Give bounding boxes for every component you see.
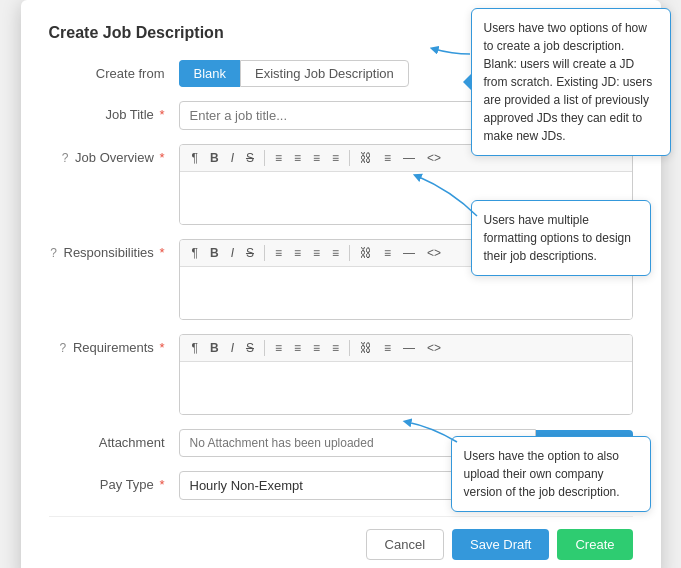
responsibilities-help-icon[interactable]: ? (50, 246, 57, 260)
resp-toolbar-ol[interactable]: ≡ (290, 244, 305, 262)
pay-type-label: Pay Type * (49, 471, 179, 492)
requirements-label: ? Requirements * (49, 334, 179, 355)
toolbar-italic[interactable]: I (227, 149, 238, 167)
req-toolbar-strikethrough[interactable]: S (242, 339, 258, 357)
responsibilities-label: ? Responsibilities * (49, 239, 179, 260)
toolbar-code[interactable]: <> (423, 149, 445, 167)
resp-toolbar-italic[interactable]: I (227, 244, 238, 262)
toolbar-ol[interactable]: ≡ (290, 149, 305, 167)
toolbar-divider-2 (349, 150, 350, 166)
requirements-row: ? Requirements * ¶ B I S ≡ ≡ ≡ ≡ ⛓ ≡ (49, 334, 633, 415)
req-toolbar-hr[interactable]: — (399, 339, 419, 357)
save-draft-button[interactable]: Save Draft (452, 529, 549, 560)
toolbar-hr[interactable]: — (399, 149, 419, 167)
toolbar-align[interactable]: ≡ (380, 149, 395, 167)
resp-toolbar-align[interactable]: ≡ (380, 244, 395, 262)
resp-toolbar-ul[interactable]: ≡ (271, 244, 286, 262)
resp-toolbar-hr[interactable]: — (399, 244, 419, 262)
req-toolbar-link[interactable]: ⛓ (356, 339, 376, 357)
callout-formatting: Users have multiple formatting options t… (471, 200, 651, 276)
requirements-content: ¶ B I S ≡ ≡ ≡ ≡ ⛓ ≡ — <> (179, 334, 633, 415)
req-toolbar-italic[interactable]: I (227, 339, 238, 357)
toolbar-indent[interactable]: ≡ (309, 149, 324, 167)
requirements-toolbar: ¶ B I S ≡ ≡ ≡ ≡ ⛓ ≡ — <> (180, 335, 632, 362)
toolbar-strikethrough[interactable]: S (242, 149, 258, 167)
req-toolbar-divider-1 (264, 340, 265, 356)
existing-jd-button[interactable]: Existing Job Description (240, 60, 409, 87)
req-toolbar-align[interactable]: ≡ (380, 339, 395, 357)
callout-attachment: Users have the option to also upload the… (451, 436, 651, 512)
job-title-label: Job Title * (49, 101, 179, 122)
resp-toolbar-link[interactable]: ⛓ (356, 244, 376, 262)
req-toolbar-paragraph[interactable]: ¶ (188, 339, 202, 357)
req-toolbar-outdent[interactable]: ≡ (328, 339, 343, 357)
cancel-button[interactable]: Cancel (366, 529, 444, 560)
toolbar-bold[interactable]: B (206, 149, 223, 167)
resp-toolbar-outdent[interactable]: ≡ (328, 244, 343, 262)
modal-footer: Cancel Save Draft Create (49, 516, 633, 560)
blank-button[interactable]: Blank (179, 60, 241, 87)
requirements-help-icon[interactable]: ? (60, 341, 67, 355)
req-toolbar-bold[interactable]: B (206, 339, 223, 357)
resp-toolbar-code[interactable]: <> (423, 244, 445, 262)
toolbar-ul[interactable]: ≡ (271, 149, 286, 167)
create-button[interactable]: Create (557, 529, 632, 560)
req-toolbar-ul[interactable]: ≡ (271, 339, 286, 357)
req-toolbar-code[interactable]: <> (423, 339, 445, 357)
resp-toolbar-divider-1 (264, 245, 265, 261)
callout-create-from: Users have two options of how to create … (471, 8, 671, 156)
callout-bottom-arrow-svg (402, 417, 462, 447)
resp-toolbar-indent[interactable]: ≡ (309, 244, 324, 262)
attachment-label: Attachment (49, 429, 179, 450)
requirements-body[interactable] (180, 362, 632, 414)
required-star: * (156, 107, 165, 122)
job-overview-help-icon[interactable]: ? (62, 151, 69, 165)
callout-arrow-svg (432, 39, 472, 69)
resp-toolbar-bold[interactable]: B (206, 244, 223, 262)
resp-toolbar-divider-2 (349, 245, 350, 261)
callout-mid-arrow-svg (412, 171, 482, 221)
req-toolbar-divider-2 (349, 340, 350, 356)
resp-toolbar-strikethrough[interactable]: S (242, 244, 258, 262)
job-overview-label: ? Job Overview * (49, 144, 179, 165)
req-toolbar-indent[interactable]: ≡ (309, 339, 324, 357)
toolbar-link[interactable]: ⛓ (356, 149, 376, 167)
toolbar-outdent[interactable]: ≡ (328, 149, 343, 167)
create-from-label: Create from (49, 60, 179, 81)
requirements-editor: ¶ B I S ≡ ≡ ≡ ≡ ⛓ ≡ — <> (179, 334, 633, 415)
toolbar-paragraph[interactable]: ¶ (188, 149, 202, 167)
toolbar-divider-1 (264, 150, 265, 166)
resp-toolbar-paragraph[interactable]: ¶ (188, 244, 202, 262)
req-toolbar-ol[interactable]: ≡ (290, 339, 305, 357)
